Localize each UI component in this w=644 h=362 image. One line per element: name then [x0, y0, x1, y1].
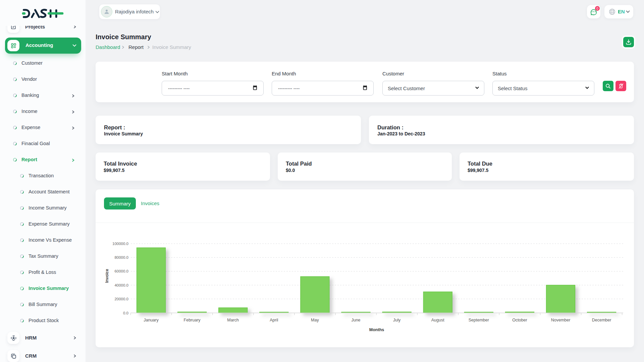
svg-text:June: June: [351, 318, 360, 322]
svg-text:0.0: 0.0: [123, 311, 128, 315]
svg-text:February: February: [184, 318, 201, 322]
svg-text:20000.0: 20000.0: [114, 297, 128, 301]
svg-text:November: November: [551, 318, 571, 322]
svg-text:40000.0: 40000.0: [114, 283, 128, 287]
svg-text:December: December: [592, 318, 611, 322]
svg-text:September: September: [469, 318, 489, 322]
svg-text:Invoice: Invoice: [105, 269, 109, 283]
svg-text:January: January: [144, 318, 159, 322]
svg-text:100000.0: 100000.0: [112, 242, 128, 246]
svg-text:80000.0: 80000.0: [114, 255, 128, 259]
svg-text:October: October: [512, 318, 527, 322]
svg-text:May: May: [311, 318, 319, 322]
svg-text:April: April: [270, 318, 278, 322]
svg-text:Months: Months: [369, 327, 384, 332]
svg-text:60000.0: 60000.0: [114, 269, 128, 273]
svg-text:August: August: [431, 318, 444, 322]
svg-text:March: March: [227, 318, 239, 322]
svg-text:July: July: [393, 318, 401, 322]
